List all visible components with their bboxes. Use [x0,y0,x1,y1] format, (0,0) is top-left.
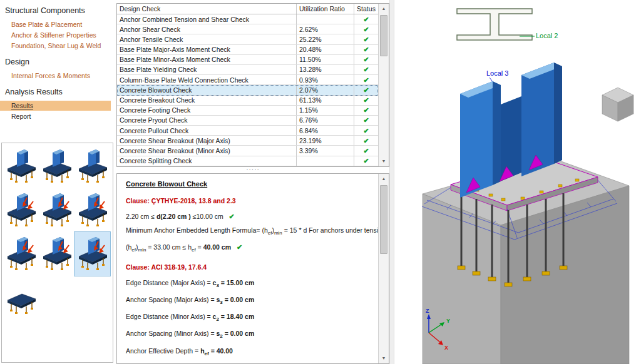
table-row[interactable]: Base Plate Yielding Check13.28%✔ [117,65,378,75]
sidebar-item-base-plate-placement[interactable]: Base Plate & Placement [0,19,115,29]
scroll-up-icon[interactable]: ▲ [379,4,389,14]
scene-3d[interactable]: Local 2 Local 3 [394,0,641,364]
table-row[interactable]: Anchor Shear Check2.62%✔ [117,24,378,34]
sidebar-item-internal-forces-moments[interactable]: Internal Forces & Moments [0,71,115,81]
sidebar-section-title: Analysis Results [0,81,115,100]
detail-line: Anchor Spacing (Minor Axis) = s2 = 0.00 … [126,330,380,340]
utilization-ratio: 0.93% [297,75,354,84]
baseplate-thumbnail[interactable] [39,188,74,232]
check-detail-panel: Concrete Blowout Check Clause: ÇYTHYE-20… [116,173,389,364]
pass-check-icon: ✔ [237,243,242,251]
sidebar-section-title: Design [0,51,115,70]
navigation-sidebar: Structural ComponentsBase Plate & Placem… [0,0,115,364]
baseplate-thumbnail[interactable] [39,232,74,276]
viewport-3d[interactable]: Local 2 Local 3 [394,0,641,364]
check-name: Concrete Blowout Check [117,85,297,94]
view-cube-icon[interactable] [602,88,633,121]
sidebar-section-title: Structural Components [0,0,115,19]
sidebar-item-foundation-shear-lug-weld[interactable]: Foundation, Shear Lug & Weld [0,41,115,51]
utilization-ratio: 3.39% [297,146,354,155]
status-pass-icon: ✔ [354,106,378,115]
table-row[interactable]: Concrete Shear Breakout (Minor Axis)3.39… [117,146,378,156]
check-name: Base Plate Yielding Check [117,65,297,74]
status-pass-icon: ✔ [354,126,378,135]
check-name: Concrete Pullout Check [117,126,297,135]
utilization-ratio: 20.48% [297,45,354,54]
baseplate-thumbnail[interactable] [74,232,110,276]
utilization-ratio: 1.15% [297,106,354,115]
table-row[interactable]: Concrete Shear Breakout (Major Axis)23.1… [117,136,378,146]
header-status[interactable]: Status [354,4,378,14]
vertical-splitter[interactable] [389,0,394,364]
table-row[interactable]: Column-Base Plate Weld Connection Check0… [117,75,378,85]
baseplate-template-gallery [1,143,113,363]
detail-line: Anchor Effective Depth = hef = 40.00 [126,347,380,358]
check-name: Concrete Splitting Check [117,156,297,166]
baseplate-thumbnail[interactable] [39,144,74,188]
local2-label: Local 2 [536,32,558,39]
sidebar-item-report[interactable]: Report [0,111,115,121]
utilization-ratio: 25.22% [297,34,354,44]
detail-line: Edge Distance (Minor Axis) = c2 = 18.40 … [126,313,380,323]
table-row[interactable]: Concrete Pullout Check6.84%✔ [117,126,378,136]
app-window: Structural ComponentsBase Plate & Placem… [0,0,641,364]
check-name: Anchor Tensile Check [117,34,297,44]
header-design-check[interactable]: Design Check [117,4,297,14]
table-row[interactable]: Concrete Breakout Check61.13%✔ [117,96,378,106]
scroll-down-icon[interactable]: ▼ [379,156,389,166]
scrollbar-thumb[interactable] [380,15,387,56]
table-row[interactable]: Concrete Blowout Check2.07%✔ [117,85,378,95]
check-name: Base Plate Minor-Axis Moment Check [117,55,297,64]
baseplate-thumbnail[interactable] [74,144,110,188]
detail-line: (hef)min = 33.00 cm ≤ hef = 40.00 cm ✔ [126,243,380,254]
baseplate-thumbnail[interactable] [3,232,39,276]
check-name: Base Plate Major-Axis Moment Check [117,45,297,54]
utilization-ratio [297,156,354,166]
detail-content: Concrete Blowout Check Clause: ÇYTHYE-20… [117,174,389,364]
table-body: Anchor Combined Tension and Shear Check✔… [117,14,389,166]
status-pass-icon: ✔ [354,34,378,44]
sidebar-item-anchor-stiffener-properties[interactable]: Anchor & Stiffener Properties [0,30,115,40]
status-pass-icon: ✔ [354,116,378,125]
utilization-ratio: 2.62% [297,24,354,34]
table-scrollbar[interactable]: ▲ ▼ [378,4,389,166]
status-pass-icon: ✔ [354,96,378,105]
table-row[interactable]: Concrete Splitting Check✔ [117,156,378,166]
scroll-down-icon[interactable]: ▼ [379,353,389,363]
table-row[interactable]: Concrete Pryout Check6.76%✔ [117,116,378,126]
detail-scrollbar[interactable]: ▲ ▼ [378,174,389,363]
status-pass-icon: ✔ [354,136,378,145]
scroll-up-icon[interactable]: ▲ [379,174,389,184]
check-name: Concrete Breakout Check [117,96,297,105]
check-name: Anchor Combined Tension and Shear Check [117,14,297,24]
scrollbar-thumb[interactable] [380,185,387,254]
status-pass-icon: ✔ [354,14,378,24]
header-utilization-ratio[interactable]: Utilization Ratio [297,4,354,14]
detail-line: Edge Distance (Major Axis) = c3 = 15.00 … [126,279,380,290]
table-row[interactable]: Anchor Tensile Check25.22%✔ [117,34,378,44]
status-pass-icon: ✔ [354,24,378,34]
utilization-ratio: 13.28% [297,65,354,74]
detail-line: Minimum Anchor Embedded Length Formula= … [126,226,380,237]
axis-z-label: Z [426,308,429,314]
table-row[interactable]: Concrete Footing Check1.15%✔ [117,106,378,116]
baseplate-thumbnail[interactable] [3,144,39,188]
baseplate-thumbnail[interactable] [74,188,110,232]
local3-label: Local 3 [486,69,508,77]
utilization-ratio [297,14,354,24]
column-section-drawing [457,9,532,40]
baseplate-thumbnail[interactable] [3,276,39,320]
sidebar-item-results[interactable]: Results [0,101,111,111]
detail-lines: Clause: ÇYTHYE-2018, 13.8 and 2.32.20 cm… [126,197,380,364]
design-check-table: Design Check Utilization Ratio Status An… [116,3,389,167]
table-row[interactable]: Base Plate Major-Axis Moment Check20.48%… [117,45,378,55]
table-row[interactable]: Anchor Combined Tension and Shear Check✔ [117,14,378,24]
panel-splitter[interactable]: ····· [116,167,389,173]
clause-heading: Clause: ÇYTHYE-2018, 13.8 and 2.3 [126,197,380,205]
table-row[interactable]: Base Plate Minor-Axis Moment Check11.50%… [117,55,378,65]
utilization-ratio: 11.50% [297,55,354,64]
utilization-ratio: 6.84% [297,126,354,135]
status-pass-icon: ✔ [354,65,378,74]
detail-line: Anchor Spacing (Major Axis) = s3 = 0.00 … [126,296,380,306]
baseplate-thumbnail[interactable] [3,188,39,232]
